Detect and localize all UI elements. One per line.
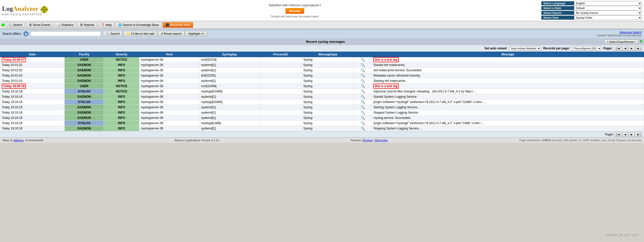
log-table-body: Today 20:06:57USERNOTICErsyslogserver-38… [0,57,644,131]
pager-prev-button[interactable]: ◄ [622,46,628,51]
message-detail-icon[interactable]: 🔍 [361,95,365,99]
cell-icon[interactable]: 🔍 [354,57,372,62]
refresh-icon[interactable]: ▼ [639,39,643,44]
satisfied-text: Satisfied with Adiscon LogAnalyzer? [48,3,541,7]
cell-icon[interactable]: 🔍 [354,126,372,131]
cell-messagetype: Syslog [302,126,354,131]
pager-controls-bottom: |◄ ◄ ► ►| [615,132,642,137]
message-detail-icon[interactable]: 🔍 [361,116,365,120]
col-messagetype: Messagetype [302,52,354,57]
col-host: Host [139,52,199,57]
auto-reload-select[interactable]: Auto reload disabled 30 seconds 60 secon… [509,46,541,51]
cell-processid [259,94,302,99]
bottom-pager-last-button[interactable]: ►| [635,132,642,137]
cell-icon[interactable]: 🔍 [354,115,372,121]
cell-facility: DAEMON [65,68,104,73]
cell-message: Metadata cache refreshed recently. [372,73,644,78]
advanced-search-link[interactable]: Advanced Search [620,31,641,34]
cell-message: Starting System Logging Service... [372,105,644,110]
cell-host: rsyslogserver-38 [139,105,199,110]
message-detail-icon[interactable]: 🔍 [361,63,365,67]
language-select[interactable]: English German [574,1,642,6]
cell-icon[interactable]: 🔍 [354,105,372,110]
message-detail-icon[interactable]: 🔍 [361,105,365,109]
cell-icon[interactable]: 🔍 [354,84,372,89]
col-date: Date [0,52,65,57]
cell-severity: INFO [104,115,139,121]
table-row: Today 19:16:18DAEMONINFOrsyslogserver-38… [0,105,644,110]
cell-host: rsyslogserver-38 [139,89,199,94]
message-highlight: this is a test log [373,57,399,62]
footer-right: Page rendered in: 0.0073 seconds | DB qu… [519,139,641,142]
cell-icon[interactable]: 🔍 [354,121,372,126]
cell-icon[interactable]: 🔍 [354,94,372,99]
cell-syslogtag: root[31968]: [199,84,259,89]
cell-facility: DAEMON [65,110,104,115]
export-button[interactable]: > Select Exportformat < [605,40,638,44]
message-detail-icon[interactable]: 🔍 [361,68,365,72]
winsyslog-link[interactable]: WinSyslog [375,139,388,142]
highlight-button[interactable]: Highlight >> [185,31,207,37]
cell-host: rsyslogserver-38 [139,121,199,126]
cell-severity: INFO [104,62,139,68]
cell-message: Stopped System Logging Service. [372,110,644,115]
reset-search-button[interactable]: ↺ Reset search [158,31,185,37]
cell-icon[interactable]: 🔍 [354,89,372,94]
message-detail-icon[interactable]: 🔍 [361,79,365,83]
cell-messagetype: Syslog [302,78,354,84]
date-highlight: Today 19:26:18 [2,84,26,89]
bottom-pager-prev-button[interactable]: ◄ [622,132,628,137]
cell-icon[interactable]: 🔍 [354,73,372,78]
records-select[interactable]: Preconfigured (50) 25 100 [572,46,601,51]
partners-label: Partners: [351,139,362,142]
db-queries: DB queries: 3 [564,139,581,142]
reports-button[interactable]: 🖹 Reports [77,22,97,28]
search-input[interactable] [30,31,101,36]
search-button[interactable]: 🔍 Search [6,22,25,28]
style-select[interactable]: Default Dark [574,6,642,10]
view-select[interactable]: Syslog Fields [574,15,642,20]
cell-icon[interactable]: 🔍 [354,110,372,115]
source-select[interactable]: My Syslog Source [574,11,642,15]
message-detail-icon[interactable]: 🔍 [361,111,365,115]
search-submit-button[interactable]: 🔍 Search [103,31,123,37]
pager-first-button[interactable]: |◄ [615,46,622,51]
log-table: Date Facility Severity Host Syslogtag Pr… [0,52,644,131]
cell-facility: DAEMON [65,105,104,110]
maximize-button[interactable]: ⬛ Maximize View [163,22,193,28]
pager-next-button[interactable]: ► [629,46,635,51]
search-icon-button[interactable]: ◉ [23,31,28,36]
toolbar: 🔍 Search 🖹 Show Events 📊 Statistics 🖹 Re… [0,21,644,29]
search-bar: Search (filter): ◉ 🔍 Search ⭐ I'd like t… [0,29,644,38]
message-detail-icon[interactable]: 🔍 [361,84,365,88]
message-detail-icon[interactable]: 🔍 [361,58,365,62]
cell-message: Stopping System Logging Service... [372,126,644,131]
rsyslog-link[interactable]: Rsyslog [363,139,372,142]
message-detail-icon[interactable]: 🔍 [361,89,365,93]
adiscon-link[interactable]: Adiscon [14,139,24,142]
cell-icon[interactable]: 🔍 [354,62,372,68]
donate-button[interactable]: Donate [286,8,304,14]
cell-icon[interactable]: 🔍 [354,68,372,73]
cell-host: rsyslogserver-38 [139,84,199,89]
bottom-pager-label: Pager: [605,133,614,136]
message-detail-icon[interactable]: 🔍 [361,121,365,125]
cell-date: Today 19:16:18 [0,105,65,110]
statistics-button[interactable]: 📊 Statistics [54,22,76,28]
help-button[interactable]: ❓ Help [98,22,114,28]
cell-facility: USER [65,57,104,62]
pager-last-button[interactable]: ►| [635,46,642,51]
bottom-pager-first-button[interactable]: |◄ [615,132,622,137]
message-detail-icon[interactable]: 🔍 [361,126,365,130]
message-detail-icon[interactable]: 🔍 [361,100,365,104]
show-events-button[interactable]: 🖹 Show Events [26,22,53,28]
cell-processid [259,89,302,94]
bottom-pager-next-button[interactable]: ► [629,132,635,137]
knowledge-base-button[interactable]: 🌐 Search in Knowledge Base [115,22,162,28]
cell-icon[interactable]: 🔍 [354,78,372,84]
cell-message: dnf-makecache.service: Succeeded. [372,68,644,73]
cell-icon[interactable]: 🔍 [354,99,372,105]
feel-sad-button[interactable]: ⭐ I'd like to feel sad [124,31,157,37]
message-detail-icon[interactable]: 🔍 [361,74,365,78]
cell-facility: DAEMON [65,78,104,84]
